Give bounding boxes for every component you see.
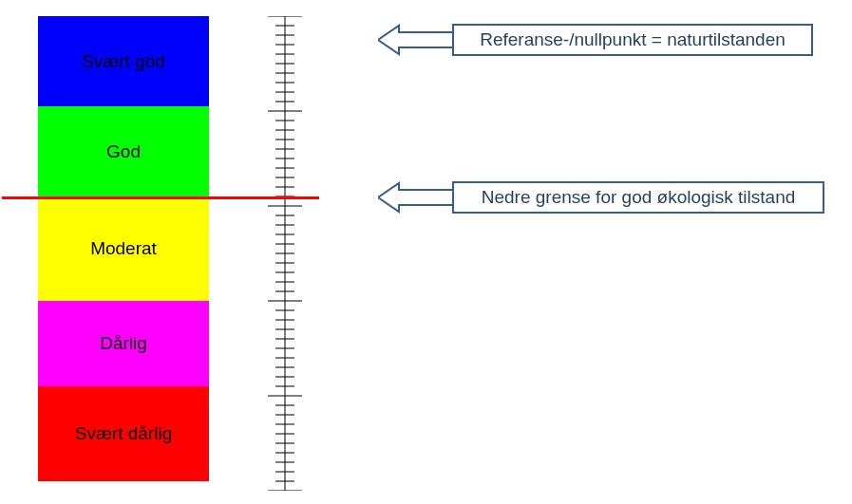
ruler-scale	[266, 16, 304, 491]
segment-svart-darlig: Svært dårlig	[38, 386, 209, 481]
svg-marker-52	[378, 26, 454, 54]
callout-label: Referanse-/nullpunkt = naturtilstanden	[480, 29, 786, 50]
segment-darlig: Dårlig	[38, 301, 209, 386]
arrow-icon	[378, 22, 454, 58]
segment-moderat: Moderat	[38, 196, 209, 301]
svg-marker-53	[378, 183, 454, 212]
callout-reference-point: Referanse-/nullpunkt = naturtilstanden	[452, 24, 813, 56]
segment-label: God	[106, 141, 141, 162]
threshold-line	[2, 196, 319, 199]
status-bar-column: Svært god God Moderat Dårlig Svært dårli…	[38, 16, 209, 481]
callout-lower-limit: Nedre grense for god økologisk tilstand	[452, 181, 824, 214]
callout-label: Nedre grense for god økologisk tilstand	[482, 187, 796, 208]
segment-svart-god: Svært god	[38, 16, 209, 106]
segment-label: Dårlig	[100, 333, 147, 354]
arrow-icon	[378, 179, 454, 215]
segment-label: Moderat	[90, 238, 157, 259]
segment-label: Svært god	[82, 51, 165, 72]
segment-god: God	[38, 106, 209, 196]
segment-label: Svært dårlig	[75, 423, 172, 444]
